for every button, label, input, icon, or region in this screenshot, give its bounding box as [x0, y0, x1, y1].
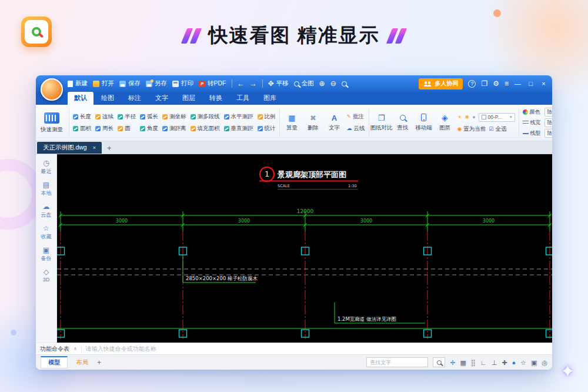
tab-tools[interactable]: 工具 [230, 92, 256, 105]
undo-arrow-icon[interactable] [238, 80, 245, 87]
model-tab[interactable]: 模型 [41, 356, 68, 368]
circle-icon [118, 126, 123, 131]
sidebar-item-recent[interactable]: 最近 [41, 160, 52, 175]
tool-fill-area[interactable]: 填充面积 [191, 125, 220, 132]
find-text-button[interactable] [433, 357, 445, 367]
pan-button[interactable]: 平移 [268, 79, 289, 88]
length-icon [73, 114, 78, 119]
dot-grid-icon[interactable] [471, 359, 476, 366]
layer-select[interactable]: 00-P... [479, 113, 515, 122]
command-input[interactable] [86, 346, 548, 352]
delete-button[interactable]: 删除 [305, 107, 322, 138]
open-button[interactable]: 打开 [93, 79, 114, 88]
zoom-out-icon[interactable] [330, 80, 336, 87]
tab-layer[interactable]: 图层 [176, 92, 202, 105]
collaboration-button[interactable]: 多人协同 [419, 78, 463, 89]
tool-continuous[interactable]: 连续 [95, 113, 113, 121]
tab-annotate[interactable]: 标注 [122, 92, 148, 105]
layer-lock-icon[interactable] [472, 115, 475, 120]
comment-label: 批注 [353, 113, 364, 121]
color-select[interactable]: 随层颜色 [544, 108, 552, 117]
hero-title: 快速看图 精准显示 [208, 22, 379, 49]
hero-banner: 快速看图 精准显示 [0, 22, 588, 49]
mobile-button[interactable]: 移动端 [415, 107, 433, 138]
tool-radius[interactable]: 半径 [118, 113, 136, 121]
linetype-select[interactable]: 随层线型 [544, 129, 552, 138]
titlebar-right: 多人协同 [419, 78, 547, 89]
main-menu-icon[interactable] [505, 80, 509, 87]
new-button[interactable]: 新建 [68, 79, 88, 88]
set-current-button[interactable]: 置为当前 [457, 125, 486, 133]
tool-angle[interactable]: 角度 [140, 125, 158, 132]
find-button[interactable]: 查找 [394, 107, 412, 138]
close-button[interactable] [540, 80, 547, 87]
find-text-input[interactable] [366, 357, 428, 367]
plus-icon[interactable] [502, 359, 507, 366]
tool-scale[interactable]: 比例 [258, 113, 276, 121]
drawing-compare-button[interactable]: 图纸对比 [373, 107, 390, 138]
redo-arrow-icon[interactable] [250, 80, 257, 87]
ortho-icon[interactable] [492, 359, 497, 366]
help-icon[interactable] [468, 80, 476, 88]
to-pdf-button[interactable]: 转PDF [199, 79, 226, 88]
new-tab-button[interactable]: + [102, 144, 117, 154]
tool-area[interactable]: 面积 [73, 125, 91, 132]
print-button[interactable]: 打印 [172, 79, 193, 88]
save-button[interactable]: 保存 [119, 79, 141, 88]
fullscreen-icon[interactable] [481, 80, 487, 87]
sidebar-item-cloud[interactable]: 云盘 [41, 203, 52, 219]
quantity-button[interactable]: 算量 [283, 107, 301, 138]
tool-polyline-measure[interactable]: 测多段线 [191, 113, 220, 121]
comment-button[interactable]: 批注 [347, 113, 365, 121]
close-tab-icon[interactable]: × [93, 145, 96, 151]
lineweight-select[interactable]: 随层线宽 [544, 118, 552, 127]
tool-distance[interactable]: 测距离 [162, 125, 186, 132]
text-button[interactable]: 文字 [326, 107, 343, 138]
crosshair-icon[interactable] [450, 359, 455, 366]
tool-length[interactable]: 长度 [73, 113, 91, 121]
save-label: 保存 [128, 79, 141, 88]
tab-library[interactable]: 图库 [257, 92, 283, 105]
minimize-button[interactable] [514, 80, 522, 87]
document-tab[interactable]: 天正示例图.dwg × [37, 142, 102, 154]
tab-convert[interactable]: 转换 [203, 92, 229, 105]
layer-select-value: 00-P... [488, 114, 502, 120]
zoom-window-icon[interactable] [342, 81, 347, 87]
command-panel-toggle[interactable]: 功能命令表 [40, 345, 69, 353]
select-all-button[interactable]: 全选 [489, 125, 506, 133]
favorite-icon[interactable] [520, 359, 526, 366]
display-settings-icon[interactable] [542, 359, 547, 366]
settings-gear-icon[interactable] [493, 80, 499, 87]
layout-tab[interactable]: 布局 [73, 357, 92, 368]
object-snap-icon[interactable] [512, 359, 516, 366]
tool-vertical-distance[interactable]: 垂直测距 [224, 125, 253, 132]
tool-coordinate[interactable]: 测坐标 [162, 113, 186, 121]
sidebar-item-favorites[interactable]: 收藏 [41, 225, 52, 241]
tool-arc-length[interactable]: 弧长 [140, 113, 158, 121]
user-avatar[interactable] [41, 78, 63, 101]
full-view-button[interactable]: 全图 [294, 79, 314, 88]
add-layout-button[interactable]: + [97, 358, 101, 367]
view-cube-icon[interactable] [531, 359, 537, 366]
tab-draw[interactable]: 绘图 [95, 92, 121, 105]
sidebar-item-backup[interactable]: 备份 [41, 247, 52, 263]
sidebar-item-3d[interactable]: 3D [43, 268, 50, 283]
grid-icon[interactable] [460, 359, 466, 366]
maximize-button[interactable] [527, 80, 534, 87]
save-as-button[interactable]: 另存 [146, 79, 167, 88]
tool-circle[interactable]: 圆 [118, 125, 136, 132]
tool-statistics[interactable]: 统计 [258, 125, 276, 132]
layer-freeze-icon[interactable] [465, 115, 470, 120]
revision-cloud-button[interactable]: 云线 [347, 125, 365, 132]
sidebar-item-local[interactable]: 本地 [41, 181, 52, 197]
tab-text[interactable]: 文字 [149, 92, 175, 105]
tab-default[interactable]: 默认 [68, 92, 93, 105]
tool-perimeter[interactable]: 周长 [95, 125, 113, 132]
quick-measure-button[interactable]: 快速测量 [38, 107, 65, 138]
tool-horizontal-distance[interactable]: 水平测距 [224, 113, 253, 121]
cad-canvas[interactable]: 1 景观廊架顶部平面图 SCALE 1:30 12000 3000 3000 3… [57, 154, 552, 343]
angle-snap-icon[interactable] [480, 359, 487, 366]
layer-button[interactable]: 图层 [436, 107, 454, 138]
zoom-in-icon[interactable] [319, 80, 325, 87]
layer-on-icon[interactable] [457, 115, 462, 120]
